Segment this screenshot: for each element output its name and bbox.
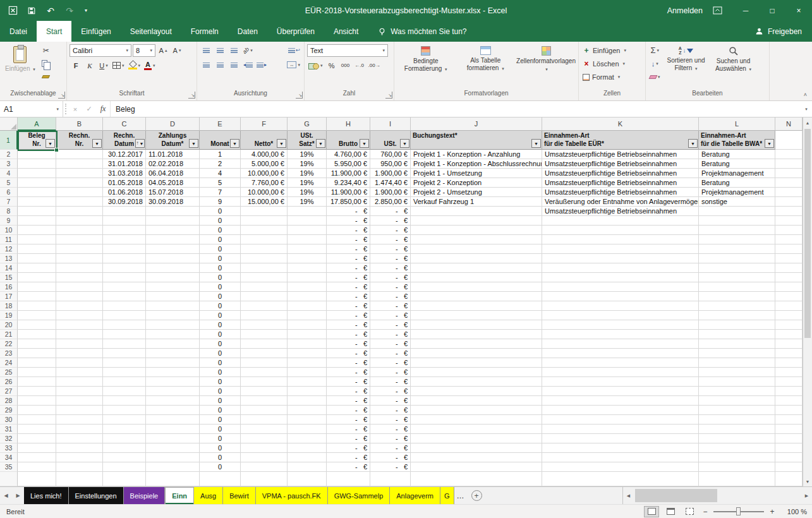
accounting-format-button[interactable]: ▾ <box>307 59 324 71</box>
vertical-scrollbar[interactable]: ▲ ▼ <box>803 117 812 486</box>
column-header-D[interactable]: D <box>146 117 200 131</box>
cell-G30[interactable] <box>288 415 327 425</box>
cell-G4[interactable]: 19% <box>288 169 327 178</box>
cell-K12[interactable] <box>542 244 699 254</box>
cell-N34[interactable] <box>775 453 803 462</box>
ribbon-tab-ansicht[interactable]: Ansicht <box>324 21 368 42</box>
cell-B20[interactable] <box>56 320 103 330</box>
cell-H3[interactable]: 5.950,00 € <box>327 159 370 169</box>
cell-I9[interactable]: - € <box>370 216 411 226</box>
cell-I25[interactable]: - € <box>370 368 411 377</box>
cell-B5[interactable] <box>56 178 103 188</box>
row-header-15[interactable]: 15 <box>0 273 18 282</box>
cell-D4[interactable]: 06.04.2018 <box>146 169 200 178</box>
row-header-21[interactable]: 21 <box>0 330 18 339</box>
cell-A5[interactable] <box>18 178 56 188</box>
cell-A21[interactable] <box>18 330 56 339</box>
cell-B21[interactable] <box>56 330 103 339</box>
cell-H16[interactable]: - € <box>327 282 370 292</box>
filter-button-I[interactable]: ▼ <box>400 139 409 148</box>
cell-H26[interactable]: - € <box>327 377 370 387</box>
cell-K7[interactable]: Veräußerung oder Entnahme von Anlageverm… <box>542 197 699 207</box>
cell-I34[interactable]: - € <box>370 453 411 462</box>
cell-G25[interactable] <box>288 368 327 377</box>
cell-L2[interactable]: Beratung <box>699 150 775 159</box>
cell-E6[interactable]: 7 <box>200 188 241 197</box>
undo-button[interactable]: ↶ <box>44 4 57 18</box>
cell-K5[interactable]: Umsatzsteuerpflichtige Betriebseinnahmen <box>542 178 699 188</box>
cell-G29[interactable] <box>288 406 327 415</box>
sign-in-link[interactable]: Anmelden <box>667 6 703 15</box>
cell-I3[interactable]: 950,00 € <box>370 159 411 169</box>
cell-E3[interactable]: 2 <box>200 159 241 169</box>
underline-button[interactable]: U▾ <box>97 59 110 71</box>
cell-A15[interactable] <box>18 273 56 282</box>
cell-C23[interactable] <box>103 349 146 358</box>
cell-G1[interactable]: USt.Satz*▼ <box>288 131 327 150</box>
cell-D15[interactable] <box>146 273 200 282</box>
zoom-level[interactable]: 100 % <box>780 508 807 515</box>
cell-A9[interactable] <box>18 216 56 226</box>
font-dialog-launcher[interactable]: ↘ <box>188 92 195 99</box>
wrap-text-button[interactable]: ↩ <box>287 44 301 56</box>
ribbon-tab-daten[interactable]: Daten <box>228 21 267 42</box>
cell-N31[interactable] <box>775 425 803 434</box>
redo-button[interactable]: ↷ <box>63 4 76 18</box>
cell-L22[interactable] <box>699 339 775 349</box>
cell-J8[interactable] <box>411 207 542 216</box>
cell-N8[interactable] <box>775 207 803 216</box>
cell-C33[interactable] <box>103 443 146 453</box>
cell-L16[interactable] <box>699 282 775 292</box>
cell-C18[interactable] <box>103 301 146 311</box>
cell-E24[interactable]: 0 <box>200 358 241 368</box>
cell-D7[interactable]: 30.09.2018 <box>146 197 200 207</box>
cell-I23[interactable]: - € <box>370 349 411 358</box>
enter-formula-button[interactable]: ✓ <box>82 101 96 117</box>
row-header-2[interactable]: 2 <box>0 150 18 159</box>
cell-L21[interactable] <box>699 330 775 339</box>
cell-N17[interactable] <box>775 292 803 301</box>
cell-A16[interactable] <box>18 282 56 292</box>
cell-N9[interactable] <box>775 216 803 226</box>
cell-N4[interactable] <box>775 169 803 178</box>
cell-G8[interactable] <box>288 207 327 216</box>
cell-H35[interactable]: - € <box>327 462 370 472</box>
cell-B2[interactable] <box>56 150 103 159</box>
cell-N20[interactable] <box>775 320 803 330</box>
cell-H30[interactable]: - € <box>327 415 370 425</box>
cell-E14[interactable]: 0 <box>200 263 241 273</box>
cell-A23[interactable] <box>18 349 56 358</box>
cell-B32[interactable] <box>56 434 103 443</box>
cell-F17[interactable] <box>241 292 288 301</box>
alignment-dialog-launcher[interactable]: ↘ <box>296 92 303 99</box>
cell-D11[interactable] <box>146 235 200 244</box>
cell-K34[interactable] <box>542 453 699 462</box>
sheet-tab-gwg-sammelp[interactable]: GWG-Sammelp <box>328 487 391 504</box>
cell-A18[interactable] <box>18 301 56 311</box>
cell-D18[interactable] <box>146 301 200 311</box>
cell-K26[interactable] <box>542 377 699 387</box>
cell-H2[interactable]: 4.760,00 € <box>327 150 370 159</box>
ribbon-tab-seitenlayout[interactable]: Seitenlayout <box>121 21 181 42</box>
cell-C22[interactable] <box>103 339 146 349</box>
cell-G10[interactable] <box>288 226 327 235</box>
cell-C4[interactable]: 31.03.2018 <box>103 169 146 178</box>
row-header-30[interactable]: 30 <box>0 415 18 425</box>
cell-I29[interactable]: - € <box>370 406 411 415</box>
cell-B18[interactable] <box>56 301 103 311</box>
font-size-select[interactable]: 8▾ <box>133 44 155 57</box>
cell-F20[interactable] <box>241 320 288 330</box>
cell-L19[interactable] <box>699 311 775 320</box>
cell-F34[interactable] <box>241 453 288 462</box>
cell-I35[interactable]: - € <box>370 462 411 472</box>
cell-K1[interactable]: Einnahmen-Artfür die Tabelle EÜR*▼ <box>542 131 699 150</box>
cell-D8[interactable] <box>146 207 200 216</box>
cell-F11[interactable] <box>241 235 288 244</box>
sheet-nav-right-button[interactable]: ▶ <box>12 487 24 504</box>
column-header-L[interactable]: L <box>699 117 775 131</box>
cell-C5[interactable]: 01.05.2018 <box>103 178 146 188</box>
cell-K28[interactable] <box>542 396 699 406</box>
cell-L24[interactable] <box>699 358 775 368</box>
cell-H31[interactable]: - € <box>327 425 370 434</box>
borders-button[interactable]: ▾ <box>111 59 126 71</box>
